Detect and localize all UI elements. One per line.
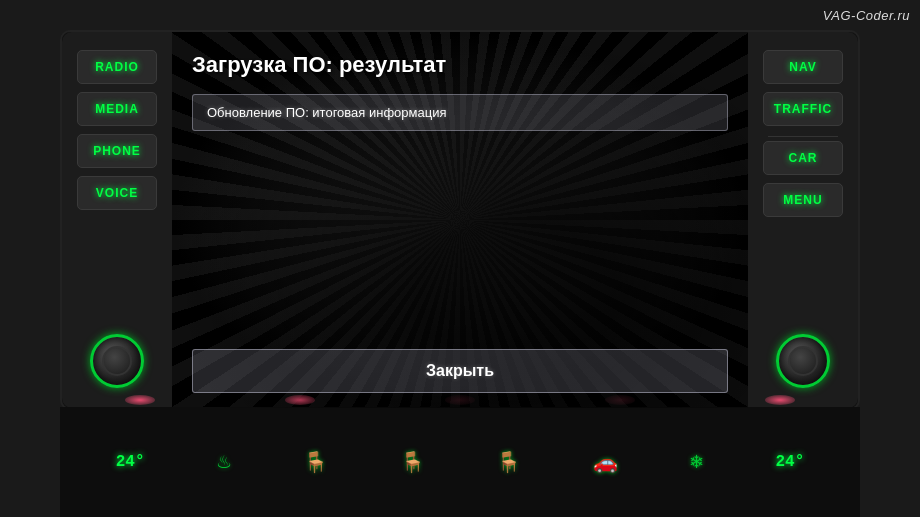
car-button[interactable]: CAR	[763, 141, 843, 175]
left-knob-inner	[102, 346, 132, 376]
seat-left-symbol: 🪑	[303, 450, 328, 474]
car-symbol: 🚗	[593, 450, 618, 474]
right-knob-inner	[788, 346, 818, 376]
status-bar: 24° ♨ 🪑 🪑 🪑 🚗 ❄ 24°	[60, 407, 860, 517]
infotainment-unit: RADIO MEDIA PHONE VOICE Загрузка ПО: рез…	[60, 30, 860, 410]
screen-title: Загрузка ПО: результат	[192, 52, 728, 78]
seat-right-symbol: 🪑	[496, 450, 521, 474]
separator-1	[768, 136, 838, 137]
seat-heat-symbol: ♨	[216, 451, 232, 473]
seat-heat-icon: ♨	[216, 451, 232, 473]
nav-button[interactable]: NAV	[763, 50, 843, 84]
right-temp-display: 24°	[775, 453, 804, 471]
screen-content: Загрузка ПО: результат Обновление ПО: ит…	[172, 32, 748, 408]
screen: Загрузка ПО: результат Обновление ПО: ит…	[172, 32, 748, 408]
seat-right-icon: 🪑	[496, 450, 521, 474]
left-temperature: 24°	[116, 453, 145, 471]
seat-center-icon: 🪑	[400, 450, 425, 474]
radio-button[interactable]: RADIO	[77, 50, 157, 84]
accent-light-right	[765, 395, 795, 405]
voice-button[interactable]: VOICE	[77, 176, 157, 210]
right-temperature: 24°	[775, 453, 804, 471]
left-knob[interactable]	[90, 334, 144, 388]
accent-light-left	[125, 395, 155, 405]
fan-symbol: ❄	[689, 451, 704, 473]
right-knob[interactable]	[776, 334, 830, 388]
right-panel: NAV TRAFFIC CAR MENU	[748, 32, 858, 408]
right-knob-area	[776, 334, 830, 388]
info-box: Обновление ПО: итоговая информация	[192, 94, 728, 131]
menu-button[interactable]: MENU	[763, 183, 843, 217]
close-button[interactable]: Закрыть	[192, 349, 728, 393]
left-temp-display: 24°	[116, 453, 145, 471]
traffic-button[interactable]: TRAFFIC	[763, 92, 843, 126]
seat-center-symbol: 🪑	[400, 450, 425, 474]
media-button[interactable]: MEDIA	[77, 92, 157, 126]
seat-left-icon: 🪑	[303, 450, 328, 474]
fan-icon: ❄	[689, 451, 704, 473]
left-knob-area	[90, 334, 144, 388]
left-panel: RADIO MEDIA PHONE VOICE	[62, 32, 172, 408]
phone-button[interactable]: PHONE	[77, 134, 157, 168]
car-status-icon: 🚗	[593, 450, 618, 474]
watermark: VAG-Coder.ru	[823, 8, 910, 23]
